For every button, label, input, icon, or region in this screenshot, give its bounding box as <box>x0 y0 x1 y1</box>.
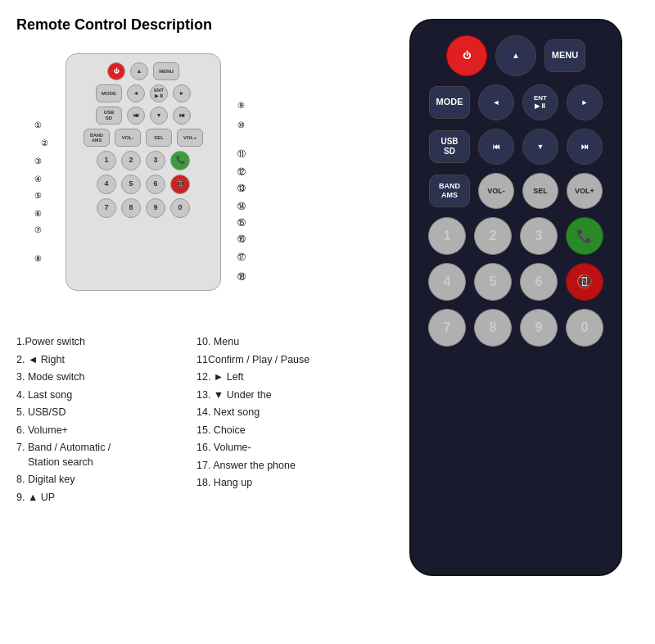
diag-7-btn: 7 <box>97 198 116 218</box>
diag-right-btn: ► <box>173 84 191 102</box>
desc-item-15: 15. Choice <box>196 424 370 438</box>
rv-volplus-btn[interactable]: VOL+ <box>567 173 603 209</box>
desc-item-14: 14. Next song <box>196 406 370 420</box>
rv-6-btn[interactable]: 6 <box>520 263 558 301</box>
diag-2-btn: 2 <box>121 151 141 170</box>
rv-skip-btn[interactable]: ⏭ <box>567 129 603 165</box>
label-5: ⑤ <box>34 191 42 200</box>
rv-row-2: MODE ◄ ENT▶⏸ ► <box>426 84 606 120</box>
label-9: ⑨ <box>237 101 245 110</box>
left-section: Remote Control Description ⏻ ▲ MENU MODE… <box>16 16 377 628</box>
desc-item-17: 17. Answer the phone <box>196 459 370 474</box>
label-8: ⑧ <box>34 254 42 263</box>
diag-5-btn: 5 <box>121 175 141 194</box>
rv-9-btn[interactable]: 9 <box>520 309 558 347</box>
desc-item-5: 5. USB/SD <box>16 406 190 420</box>
desc-item-18: 18. Hang up <box>196 476 370 491</box>
desc-item-12: 12. ► Left <box>196 370 370 385</box>
diag-call-btn: 📞 <box>170 151 190 170</box>
rv-hangup-btn[interactable]: 📵 <box>566 263 603 301</box>
diagram-area: ⏻ ▲ MENU MODE ◄ ENT▶⏸ ► USBSD ⏮ ▼ ⏭ <box>16 45 377 324</box>
diag-4-btn: 4 <box>97 175 116 194</box>
label-2: ② <box>41 138 48 147</box>
label-12: ⑫ <box>237 166 246 178</box>
label-7: ⑦ <box>34 225 42 234</box>
rv-row-3: USBSD ⏮ ▼ ⏭ <box>426 129 606 165</box>
diag-hangup-btn: 📵 <box>170 175 190 194</box>
description-section: 1.Power switch 2. ◄ Right 3. Mode switch… <box>16 335 377 628</box>
rv-8-btn[interactable]: 8 <box>474 309 512 347</box>
rv-down-btn[interactable]: ▼ <box>522 129 558 165</box>
diag-9-btn: 9 <box>146 198 165 218</box>
rv-power-btn[interactable]: ⏻ <box>446 35 487 76</box>
rv-3-btn[interactable]: 3 <box>520 217 558 255</box>
label-17: ⑰ <box>237 252 246 263</box>
rv-ent-btn[interactable]: ENT▶⏸ <box>522 84 558 120</box>
rv-4-btn[interactable]: 4 <box>428 263 466 301</box>
rv-row-4: BANDAMS VOL- SEL VOL+ <box>426 173 606 209</box>
desc-item-11: 11Confirm / Play / Pause <box>196 353 370 368</box>
diag-8-btn: 8 <box>121 198 141 218</box>
right-section: ⏻ ▲ MENU MODE ◄ ENT▶⏸ ► USBSD ⏮ ▼ ⏭ BAND… <box>393 16 639 628</box>
rv-7-btn[interactable]: 7 <box>428 309 466 347</box>
diag-prev-btn: ⏮ <box>127 107 145 125</box>
desc-col-right: 10. Menu 11Confirm / Play / Pause 12. ► … <box>196 335 377 628</box>
diag-volminus-btn: VOL- <box>115 129 141 147</box>
desc-item-8: 8. Digital key <box>16 473 190 488</box>
rv-row-nums2: 4 5 6 📵 <box>426 263 606 301</box>
rv-right-btn[interactable]: ► <box>567 84 603 120</box>
label-13: ⑬ <box>237 183 246 194</box>
desc-item-4: 4. Last song <box>16 388 190 403</box>
rv-1-btn[interactable]: 1 <box>428 217 466 255</box>
rv-volminus-btn[interactable]: VOL- <box>478 173 514 209</box>
desc-item-3: 3. Mode switch <box>16 370 190 385</box>
diag-left-btn: ◄ <box>127 84 145 102</box>
diag-up-btn: ▲ <box>130 62 148 80</box>
rv-menu-btn[interactable]: MENU <box>544 39 585 72</box>
label-4: ④ <box>34 175 42 184</box>
label-11: ⑪ <box>237 148 246 160</box>
label-16: ⑯ <box>237 234 246 245</box>
desc-item-2: 2. ◄ Right <box>16 353 190 368</box>
label-1: ① <box>34 120 42 129</box>
rv-band-btn[interactable]: BANDAMS <box>429 175 470 207</box>
diag-next-btn: ⏭ <box>173 107 191 125</box>
rv-up-btn[interactable]: ▲ <box>495 35 536 76</box>
diag-menu-btn: MENU <box>153 62 179 80</box>
page-title: Remote Control Description <box>16 16 377 34</box>
rv-usb-btn[interactable]: USBSD <box>429 130 470 163</box>
desc-item-9: 9. ▲ UP <box>16 491 190 506</box>
rv-0-btn[interactable]: 0 <box>566 309 603 347</box>
diag-sel-btn: SEL <box>146 129 172 147</box>
rv-row-nums1: 1 2 3 📞 <box>426 217 606 255</box>
desc-item-1: 1.Power switch <box>16 335 190 350</box>
rv-sel-btn[interactable]: SEL <box>522 173 558 209</box>
page: Remote Control Description ⏻ ▲ MENU MODE… <box>0 0 655 644</box>
rv-row-1: ⏻ ▲ MENU <box>426 35 606 76</box>
diag-down-btn: ▼ <box>150 107 168 125</box>
desc-col-left: 1.Power switch 2. ◄ Right 3. Mode switch… <box>16 335 196 628</box>
rv-prev-btn[interactable]: ⏮ <box>478 129 514 165</box>
rv-5-btn[interactable]: 5 <box>474 263 512 301</box>
desc-item-7: 7. Band / Automatic / Station search <box>16 441 190 469</box>
desc-item-16: 16. Volume- <box>196 441 370 456</box>
rv-row-nums3: 7 8 9 0 <box>426 309 606 347</box>
label-14: ⑭ <box>237 201 246 212</box>
diag-3-btn: 3 <box>146 151 165 170</box>
remote-visual: ⏻ ▲ MENU MODE ◄ ENT▶⏸ ► USBSD ⏮ ▼ ⏭ BAND… <box>409 19 622 576</box>
label-18: ⑱ <box>237 271 246 283</box>
rv-call-btn[interactable]: 📞 <box>566 217 603 255</box>
diag-band-btn: BANDAMS <box>84 129 110 147</box>
desc-item-10: 10. Menu <box>196 335 370 350</box>
diag-power-btn: ⏻ <box>107 62 125 80</box>
label-15: ⑮ <box>237 217 246 229</box>
rv-mode-btn[interactable]: MODE <box>429 86 470 119</box>
diag-1-btn: 1 <box>97 151 116 170</box>
diagram-remote: ⏻ ▲ MENU MODE ◄ ENT▶⏸ ► USBSD ⏮ ▼ ⏭ <box>66 53 221 291</box>
rv-left-btn[interactable]: ◄ <box>478 84 514 120</box>
diag-6-btn: 6 <box>146 175 165 194</box>
rv-2-btn[interactable]: 2 <box>474 217 512 255</box>
desc-item-6: 6. Volume+ <box>16 424 190 438</box>
diag-ent-btn: ENT▶⏸ <box>150 84 168 102</box>
label-10: ⑩ <box>237 120 245 129</box>
